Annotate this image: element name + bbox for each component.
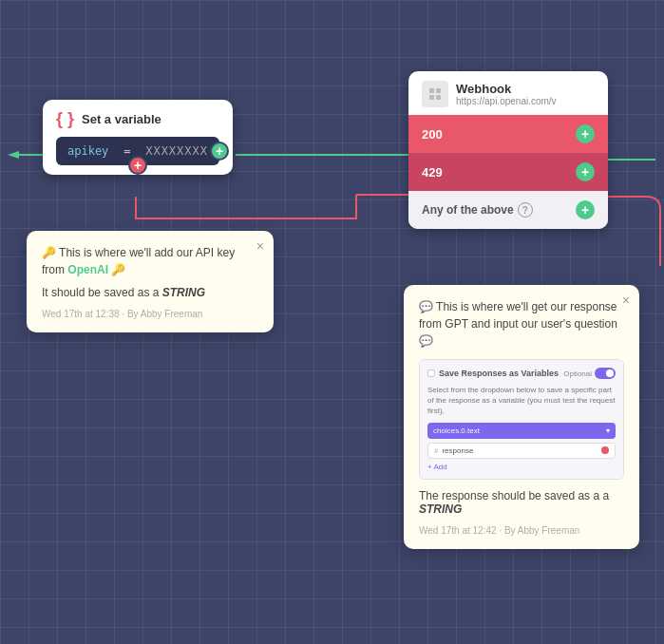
set-variable-header: { } Set a variable (56, 109, 219, 129)
annotation-1-text: 🔑 This is where we'll add our API key fr… (42, 244, 258, 278)
preview-save-label: Save Responses as Variables (439, 369, 559, 378)
preview-header-row: Save Responses as Variables Optional (427, 368, 616, 379)
webhook-item-200-label: 200 (422, 127, 443, 142)
annotation-card-2: × 💬 This is where we'll get our response… (404, 285, 639, 549)
variable-name: apikey (67, 144, 108, 158)
annotation-2-string-type: STRING (419, 502, 462, 516)
preview-dropdown: choices.0.text ▾ (427, 423, 616, 439)
webhook-title: Webhook (456, 82, 557, 96)
preview-dropdown-label: choices.0.text (433, 426, 480, 435)
preview-dropdown-arrow: ▾ (606, 426, 610, 435)
annotation-preview: Save Responses as Variables Optional Sel… (419, 359, 624, 480)
preview-hash: # (434, 446, 438, 455)
annotation-2-string: The response should be saved as a a STRI… (419, 489, 624, 516)
variable-value: XXXXXXXX (145, 144, 208, 158)
webhook-item-any: Any of the above ? + (408, 191, 608, 229)
webhook-info: Webhook https://api.openai.com/v (456, 82, 557, 106)
webhook-card: Webhook https://api.openai.com/v 200 + 4… (408, 71, 608, 229)
preview-add-label: + Add (427, 463, 447, 471)
annotation-1-meta: Wed 17th at 12:38 · By Abby Freeman (42, 309, 258, 319)
openai-link[interactable]: OpenAI (67, 263, 108, 276)
add-output-button[interactable]: + (210, 142, 229, 161)
webhook-item-200-plus[interactable]: + (576, 124, 595, 143)
webhook-icon (422, 81, 448, 107)
svg-rect-6 (429, 88, 434, 93)
preview-description: Select from the dropdown below to save a… (427, 385, 616, 417)
preview-add-button: + Add (427, 463, 616, 471)
annotation-1-close-button[interactable]: × (256, 238, 264, 254)
svg-rect-8 (429, 95, 434, 100)
annotation-2-meta: Wed 17th at 12:42 · By Abby Freeman (419, 525, 624, 536)
any-help-icon[interactable]: ? (518, 202, 533, 218)
variable-equals: = (123, 144, 130, 158)
preview-response-row: # response (427, 443, 616, 459)
preview-red-dot (601, 446, 609, 454)
preview-toggle (595, 368, 616, 379)
webhook-item-200: 200 + (408, 115, 608, 153)
set-variable-icon: { } (56, 109, 74, 129)
preview-inner: Save Responses as Variables Optional Sel… (420, 360, 623, 479)
svg-marker-1 (8, 151, 19, 159)
annotation-1-string-type: STRING (162, 286, 205, 299)
webhook-item-any-plus[interactable]: + (576, 200, 595, 219)
preview-checkbox (427, 369, 435, 377)
set-variable-title: Set a variable (82, 112, 161, 126)
preview-response-label: response (442, 446, 473, 455)
annotation-2-close-button[interactable]: × (622, 293, 630, 308)
set-variable-card: { } Set a variable apikey = XXXXXXXX + + (43, 100, 233, 175)
preview-optional-label: Optional (563, 369, 592, 378)
add-branch-button[interactable]: + (128, 156, 147, 175)
annotation-2-string-text: The response should be saved as a (419, 489, 599, 502)
svg-rect-7 (436, 88, 441, 93)
annotation-card-1: × 🔑 This is where we'll add our API key … (27, 231, 274, 332)
webhook-item-429-label: 429 (422, 165, 443, 180)
webhook-item-429: 429 + (408, 153, 608, 191)
webhook-header: Webhook https://api.openai.com/v (408, 71, 608, 115)
svg-rect-9 (436, 95, 441, 100)
annotation-1-string: It should be saved as a STRING (42, 286, 258, 299)
webhook-url: https://api.openai.com/v (456, 96, 557, 106)
webhook-item-429-plus[interactable]: + (576, 162, 595, 181)
annotation-2-text: 💬 This is where we'll get our response f… (419, 298, 624, 350)
preview-header-left: Save Responses as Variables (427, 369, 559, 378)
webhook-item-any-label: Any of the above (422, 203, 514, 217)
